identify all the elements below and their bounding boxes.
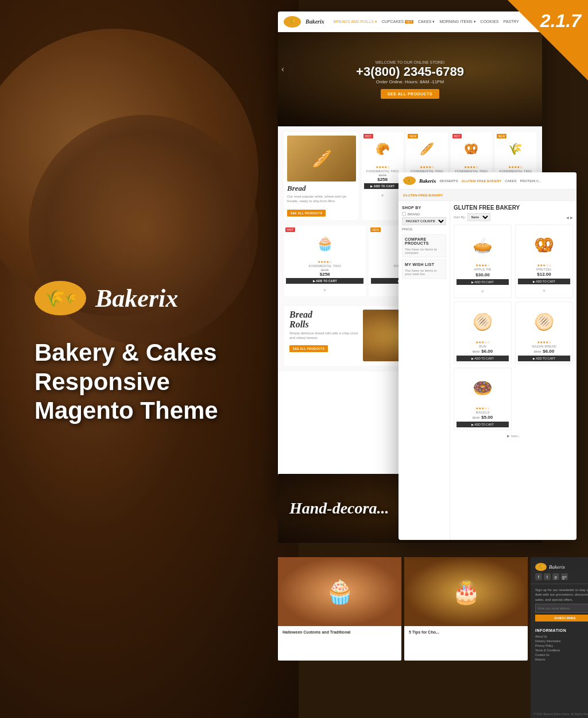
alt-banner: GLUTEN-FREE BAKERY [399, 190, 577, 201]
wishlist-1[interactable]: ♥ [381, 193, 384, 198]
blog-title-2: 5 Tips for Cho... [404, 626, 528, 638]
cupcake-price-1: $258 [286, 272, 363, 277]
nav-item-cookies[interactable]: COOKIES [481, 20, 499, 24]
bagels-name: BAGELS [457, 411, 509, 414]
nav-item-morning[interactable]: MORNING ITEMS ▾ [439, 20, 475, 24]
right-panel: 🌾 Bakerix BREADS AND ROLLS ▾ CUPCAKES HO… [266, 0, 588, 718]
footer-link-terms[interactable]: Terms & Conditions [535, 648, 588, 652]
price-filter: PRICE [402, 227, 446, 231]
product-name-1: FONDMENTAL TRIO [364, 169, 401, 173]
alt-nav-protein[interactable]: PROTEIN C... [520, 179, 542, 183]
footer-link-delivery[interactable]: Delivery Information [535, 639, 588, 643]
tagline: Bakery & Cakes Responsive Magento Theme [34, 338, 218, 425]
compare-title: COMPARE PRODUCTS [405, 237, 443, 245]
next-page[interactable]: ▶ next › [454, 434, 573, 438]
nav-item-breads[interactable]: BREADS AND ROLLS ▾ [334, 20, 377, 24]
tagline-line3: Magento Theme [34, 396, 218, 425]
nav-logo: 🌾 [284, 16, 301, 28]
cupcake-wishlist-1[interactable]: ♥ [323, 288, 326, 293]
footer-logo-area: 🌾 Bakerix f t p g+ [531, 557, 588, 584]
pretzel-add-cart[interactable]: ▶ ADD TO CART [518, 279, 570, 284]
pretzel-img: 🥨 [518, 227, 570, 262]
nav-item-cupcakes[interactable]: CUPCAKES HOT [382, 20, 413, 24]
apple-pie-price-row: $30.00 [457, 272, 509, 277]
pretzel-name: PRETZEL [518, 268, 570, 271]
newsletter-text: Sign up for our newsletter to stay up to… [535, 588, 588, 601]
nav-item-pastry[interactable]: PASTRY [504, 20, 519, 24]
bread-rolls-desc: Simply delicious bread rolls with a cris… [289, 331, 358, 341]
alt-nav-items[interactable]: DESSERTS GLUTEN-FREE BAKERY CAKES PROTEI… [440, 179, 542, 183]
sort-select[interactable]: Name Price [467, 213, 490, 221]
nazan-add-cart[interactable]: ▶ ADD TO CART [518, 356, 570, 361]
apple-pie-wishlist[interactable]: ♥ [481, 289, 484, 294]
version-text: 2.1.7 [540, 10, 581, 32]
nazan-stars: ★★★★☆ [518, 340, 570, 344]
hot-badge-1: HOT [363, 134, 373, 138]
add-cart-1[interactable]: ▶ ADD TO CART [364, 183, 401, 189]
sort-label: Sort By [454, 215, 465, 219]
gluten-products-grid: 🥧 ★★★★☆ APPLE PIE $30.00 ▶ ADD TO CART ♥… [454, 225, 573, 430]
cupcake-add-cart-1[interactable]: ▶ ADD TO CART [286, 278, 363, 284]
new-badge-2: NEW [408, 134, 418, 138]
stars-2: ★★★★☆ [408, 165, 445, 169]
pretzel-wishlist[interactable]: ♥ [543, 288, 546, 294]
nav-items[interactable]: BREADS AND ROLLS ▾ CUPCAKES HOT CAKES ▾ … [334, 20, 519, 24]
hero-hours: Order Online. Hours: 8AM -11PM [376, 79, 444, 84]
nazan-old-price: $8.00 [534, 350, 541, 353]
bun-add-cart[interactable]: ▶ ADD TO CART [457, 356, 509, 361]
nav-item-cakes[interactable]: CAKES ▾ [418, 20, 435, 24]
hero-phone: +3(800) 2345-6789 [356, 64, 464, 79]
apple-pie-stars: ★★★★☆ [457, 263, 509, 267]
blog-img-1: 🧁 [278, 557, 401, 626]
alt-nav-brand: Bakerix [419, 178, 436, 184]
bread-see-all[interactable]: SEE ALL PRODUCTS [287, 210, 326, 217]
bread-img-2: 🥖 [408, 134, 445, 163]
alt-nav-cakes[interactable]: CAKES [505, 179, 516, 183]
alt-nav-gluten[interactable]: GLUTEN-FREE BAKERY [462, 179, 501, 183]
newsletter-email-input[interactable] [535, 604, 588, 613]
apple-pie-img: 🥧 [457, 227, 509, 262]
apple-pie-add-cart[interactable]: ▶ ADD TO CART [457, 279, 509, 285]
alt-nav-desserts[interactable]: DESSERTS [440, 179, 458, 183]
nazan-price-row: $8.00 $6.00 [518, 349, 570, 354]
alt-nav-logo: 🌾 [403, 176, 416, 185]
bagels-add-cart[interactable]: ▶ ADD TO CART [457, 422, 509, 427]
hero-cta-button[interactable]: SEE ALL PRODUCTS [381, 89, 439, 99]
featured-bread: 🥖 Bread Our most popular white, wheat an… [284, 132, 358, 220]
bread-rolls-see-all[interactable]: SEE ALL PRODUCTS [289, 345, 328, 352]
stars-1: ★★★★☆ [364, 165, 401, 169]
bread-main-image: 🥖 [287, 136, 356, 182]
footer-link-about[interactable]: About Us [535, 635, 588, 638]
left-panel: 🌾 Bakerix Bakery & Cakes Responsive Mage… [0, 0, 281, 718]
logo-icon: 🌾 [34, 281, 86, 315]
bread-rolls-info: BreadRolls Simply delicious bread rolls … [289, 310, 358, 353]
bread-img-3: 🥨 [453, 134, 490, 163]
cupcake-name-1: FONDMENTAL TRIO [286, 264, 363, 268]
footer-logo-icon: 🌾 [535, 563, 547, 571]
subscribe-button[interactable]: SUBSCRIBE [535, 615, 588, 622]
footer-copyright: © 2021 Bakerix Demo Store. All Rights Re… [531, 712, 588, 716]
footer-link-returns[interactable]: Returns [535, 658, 588, 661]
footer-link-contact[interactable]: Contact Us [535, 653, 588, 657]
logo-area: 🌾 Bakerix [34, 281, 178, 315]
pinterest-icon[interactable]: p [552, 573, 559, 580]
gluten-product-apple-pie: 🥧 ★★★★☆ APPLE PIE $30.00 ▶ ADD TO CART ♥ [454, 225, 512, 298]
hot-badge-3: HOT [452, 134, 462, 138]
hero-prev-arrow[interactable]: ‹ [281, 64, 284, 74]
tagline-line2: Responsive [34, 368, 218, 396]
country-select[interactable]: PACKET COUNTRY [402, 217, 446, 225]
brand-checkbox[interactable] [402, 212, 406, 216]
blog-post-1: 🧁 Halloween Customs and Traditional [278, 557, 401, 661]
cupcake-new-badge-2: NEW [370, 227, 381, 232]
footer-link-privacy[interactable]: Privacy Policy [535, 644, 588, 647]
bread-img-4: 🌾 [497, 134, 534, 163]
cupcake-img-1: 🧁 [286, 228, 363, 260]
bun-price: $6.00 [481, 349, 493, 354]
brand-filter: BRAND [402, 212, 446, 216]
bread-section-desc: Our most popular white, wheat and rye br… [287, 195, 355, 204]
apple-pie-price: $30.00 [475, 272, 489, 277]
facebook-icon[interactable]: f [535, 573, 542, 580]
gplus-icon[interactable]: g+ [561, 573, 568, 580]
twitter-icon[interactable]: t [544, 573, 551, 580]
cupcake-stars-1: ★★★★☆ [286, 260, 363, 264]
